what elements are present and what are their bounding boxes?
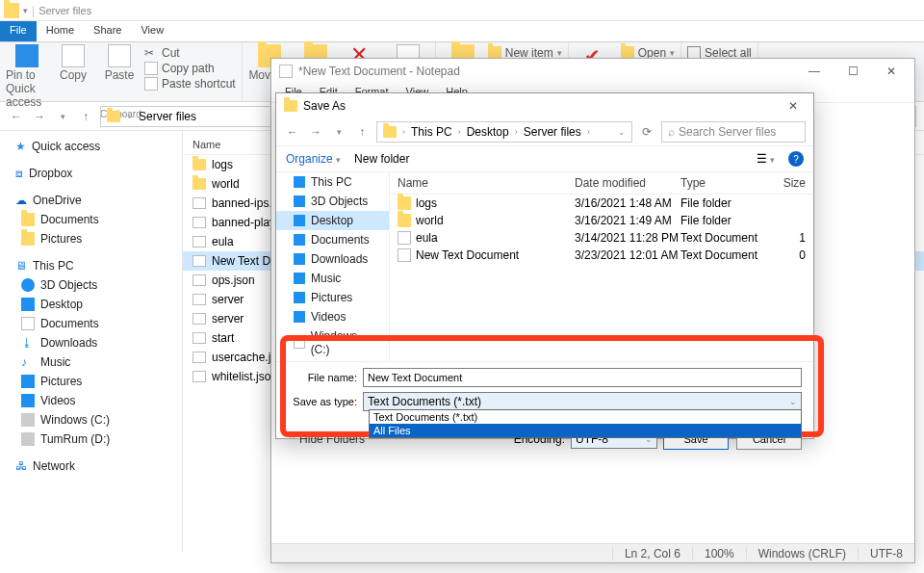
nav-windows-c[interactable]: Windows (C:): [0, 410, 182, 430]
saveas-nav-item[interactable]: Desktop: [276, 211, 389, 230]
col-name[interactable]: Name: [398, 176, 575, 190]
file-icon: [398, 231, 411, 245]
nav-music[interactable]: ♪Music: [0, 352, 182, 372]
nav-3d-objects[interactable]: 3D Objects: [0, 275, 182, 295]
saveas-nav-item[interactable]: Pictures: [276, 288, 389, 307]
nav-documents[interactable]: Documents: [0, 210, 182, 229]
cloud-icon: ☁: [15, 194, 27, 207]
nav-quick-access[interactable]: ★Quick access: [0, 137, 182, 156]
forward-button[interactable]: →: [31, 108, 48, 125]
status-encoding: UTF-8: [858, 547, 914, 560]
filename-input[interactable]: [363, 368, 802, 387]
breadcrumb-item[interactable]: Desktop: [467, 125, 509, 139]
notepad-title-bar: *New Text Document - Notepad — ☐ ✕: [271, 59, 914, 84]
paste-button[interactable]: Paste: [98, 44, 141, 82]
nav-dropbox[interactable]: ⧈Dropbox: [0, 164, 182, 183]
nav-icon: [294, 176, 305, 188]
copy-button[interactable]: Copy: [52, 44, 94, 82]
nav-network[interactable]: 🖧Network: [0, 456, 182, 476]
objects-icon: [21, 278, 35, 292]
copy-path-button[interactable]: Copy path: [144, 62, 236, 75]
organize-button[interactable]: Organize ▾: [286, 152, 341, 166]
up-button[interactable]: ↑: [77, 108, 94, 125]
saveas-nav-item[interactable]: Windows (C:): [276, 326, 389, 359]
search-icon: ⌕: [668, 125, 675, 139]
hide-folders-button[interactable]: ⌃ Hide Folders: [288, 432, 365, 446]
saveas-nav-item[interactable]: This PC: [276, 172, 389, 192]
nav-this-pc[interactable]: 🖥This PC: [0, 256, 182, 275]
close-button[interactable]: ✕: [779, 95, 808, 117]
saveas-file-row[interactable]: eula3/14/2021 11:28 PMText Document1: [390, 229, 813, 247]
cut-button[interactable]: ✂Cut: [144, 46, 236, 60]
saveas-nav-item[interactable]: Documents: [276, 230, 389, 249]
up-button[interactable]: ↑: [353, 123, 371, 141]
col-size[interactable]: Size: [767, 176, 806, 190]
nav-icon: [294, 234, 305, 246]
refresh-button[interactable]: ⟳: [638, 123, 655, 141]
saveas-file-row[interactable]: world3/16/2021 1:49 AMFile folder: [390, 212, 813, 229]
qat-down[interactable]: ▾: [23, 6, 28, 15]
tab-share[interactable]: Share: [84, 21, 131, 41]
back-button[interactable]: ←: [284, 123, 301, 141]
forward-button[interactable]: →: [307, 123, 324, 141]
folder-icon: [284, 100, 297, 112]
paste-shortcut-button[interactable]: Paste shortcut: [144, 77, 236, 91]
tab-view[interactable]: View: [131, 21, 173, 41]
nav-videos[interactable]: Videos: [0, 391, 182, 410]
nav-tumrum-d[interactable]: TumRum (D:): [0, 430, 182, 449]
saveas-nav-item[interactable]: Music: [276, 269, 389, 288]
notepad-title: *New Text Document - Notepad: [298, 65, 460, 78]
status-zoom: 100%: [692, 547, 746, 560]
saveas-file-row[interactable]: New Text Document3/23/2021 12:01 AMText …: [390, 247, 813, 264]
file-icon: [192, 197, 206, 209]
breadcrumb-item[interactable]: This PC: [411, 125, 452, 139]
scissors-icon: ✂: [144, 46, 158, 60]
chevron-down-icon[interactable]: ⌄: [618, 127, 626, 137]
nav-documents2[interactable]: Documents: [0, 314, 182, 333]
search-placeholder: Search Server files: [679, 125, 776, 139]
pictures-icon: [21, 375, 35, 388]
breadcrumb-item[interactable]: Server files: [139, 110, 196, 123]
saveas-search-input[interactable]: ⌕ Search Server files: [661, 121, 806, 143]
col-date[interactable]: Date modified: [575, 176, 680, 190]
savetype-combo[interactable]: Text Documents (*.txt) ⌄: [363, 392, 802, 411]
saveas-nav-item[interactable]: Downloads: [276, 249, 389, 269]
nav-pictures2[interactable]: Pictures: [0, 372, 182, 391]
tab-file[interactable]: File: [0, 21, 37, 41]
type-option-all[interactable]: All Files: [370, 424, 801, 437]
saveas-nav-item[interactable]: 3D Objects: [276, 192, 389, 211]
savetype-value: Text Documents (*.txt): [368, 395, 481, 408]
star-icon: ★: [15, 140, 26, 153]
close-button[interactable]: ✕: [872, 59, 911, 84]
nav-desktop[interactable]: Desktop: [0, 295, 182, 314]
file-icon: [192, 294, 206, 305]
nav-onedrive[interactable]: ☁OneDrive: [0, 191, 182, 210]
saveas-address-bar[interactable]: › This PC› Desktop› Server files› ⌄: [376, 121, 632, 143]
new-folder-button[interactable]: New folder: [354, 152, 409, 166]
saveas-nav-item[interactable]: Videos: [276, 307, 389, 326]
savetype-label: Save as type:: [288, 396, 363, 407]
tab-home[interactable]: Home: [37, 21, 84, 41]
drive-icon: [21, 413, 35, 427]
save-as-dialog: Save As ✕ ← → ▾ ↑ › This PC› Desktop› Se…: [275, 92, 814, 439]
copy-label: Copy: [60, 68, 87, 82]
breadcrumb-item[interactable]: Server files: [524, 125, 581, 139]
back-button[interactable]: ←: [8, 108, 25, 125]
saveas-file-row[interactable]: logs3/16/2021 1:48 AMFile folder: [390, 195, 813, 212]
status-eol: Windows (CRLF): [746, 547, 858, 560]
nav-pictures[interactable]: Pictures: [0, 229, 182, 248]
help-button[interactable]: ?: [788, 151, 804, 167]
recent-button[interactable]: ▾: [330, 123, 347, 141]
saveas-nav-pane: This PC3D ObjectsDesktopDocumentsDownloa…: [276, 172, 390, 361]
pin-button[interactable]: Pin to Quick access: [6, 44, 48, 109]
notepad-icon: [279, 65, 293, 78]
minimize-button[interactable]: —: [795, 59, 834, 84]
filename-label: File name:: [288, 372, 363, 383]
nav-downloads[interactable]: ⭳Downloads: [0, 333, 182, 352]
type-option-txt[interactable]: Text Documents (*.txt): [370, 410, 801, 424]
folder-icon: [398, 196, 411, 210]
maximize-button[interactable]: ☐: [834, 59, 872, 84]
recent-button[interactable]: ▾: [54, 108, 71, 125]
col-type[interactable]: Type: [680, 176, 767, 190]
view-options-button[interactable]: ☰ ▾: [757, 152, 775, 166]
